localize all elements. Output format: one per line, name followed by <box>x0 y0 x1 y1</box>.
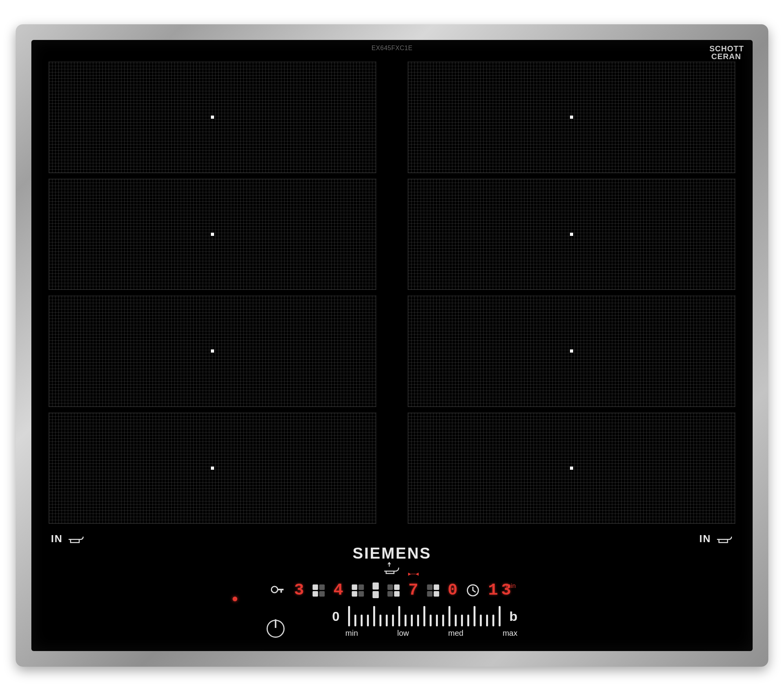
zone4-level-display: 0 <box>448 581 457 600</box>
countdown-arrows-icon: ▸─◂ <box>408 570 419 577</box>
zone1-level-display: 3 <box>294 581 304 600</box>
zone3-selector-button[interactable] <box>388 584 400 597</box>
timer-button[interactable] <box>466 584 479 597</box>
schott-ceran-badge: SCHOTT CERAN® <box>710 45 744 60</box>
cooktop-appliance: EX645FXC1E SCHOTT CERAN® IN <box>16 24 768 667</box>
zone1-selector-button[interactable] <box>313 584 325 597</box>
flex-zone-left[interactable] <box>49 62 376 524</box>
zone-segment[interactable] <box>49 412 376 524</box>
zone2-selector-button[interactable] <box>352 584 364 597</box>
slider-label-max: max <box>503 629 517 638</box>
slider-label-low: low <box>397 629 409 638</box>
boost-button[interactable]: b <box>509 609 517 626</box>
zone-segment[interactable] <box>49 62 376 173</box>
flex-link-button[interactable] <box>373 582 379 598</box>
child-lock-button[interactable] <box>270 582 285 599</box>
zone-segment[interactable] <box>408 62 735 173</box>
slider-labels: min low med max <box>345 629 517 638</box>
pot-icon <box>716 534 733 544</box>
slider-zero-button[interactable]: 0 <box>332 609 339 626</box>
glass-surface: EX645FXC1E SCHOTT CERAN® IN <box>31 40 753 651</box>
schott-line1: SCHOTT <box>710 45 744 52</box>
zone4-selector-button[interactable] <box>427 584 439 597</box>
zone-segment[interactable] <box>49 295 376 407</box>
schott-reg: ® <box>741 53 744 58</box>
brand-logo: SIEMENS <box>352 544 431 562</box>
flex-zone-right[interactable] <box>408 62 735 524</box>
power-slider[interactable] <box>348 606 501 626</box>
slider-label-min: min <box>345 629 358 638</box>
touch-control-panel: 3 4 ▸─◂ 7 0 min 13 <box>31 561 753 651</box>
pot-icon <box>67 534 85 544</box>
cooking-zones <box>49 62 735 524</box>
power-button[interactable] <box>267 620 285 638</box>
zone-segment[interactable] <box>49 179 376 290</box>
in-label-right: IN <box>699 533 711 545</box>
zone3-level-display: 7 <box>408 581 418 600</box>
svg-point-0 <box>271 586 278 593</box>
zone-segment[interactable] <box>408 412 735 524</box>
zone-segment[interactable] <box>408 179 735 290</box>
zone-segment[interactable] <box>408 295 735 407</box>
slider-label-med: med <box>448 629 463 638</box>
indicator-led <box>232 597 237 601</box>
model-number-label: EX645FXC1E <box>372 45 413 52</box>
zone2-level-display: 4 <box>334 581 343 600</box>
in-label-left: IN <box>51 533 63 545</box>
slider-row: 0 b min low <box>267 606 517 638</box>
display-row: 3 4 ▸─◂ 7 0 min 13 <box>270 579 514 602</box>
induction-markers: IN IN <box>51 533 733 545</box>
timer-unit-label: min <box>506 582 516 590</box>
schott-line2: CERAN <box>711 52 741 61</box>
frying-sensor-button[interactable] <box>384 561 400 575</box>
